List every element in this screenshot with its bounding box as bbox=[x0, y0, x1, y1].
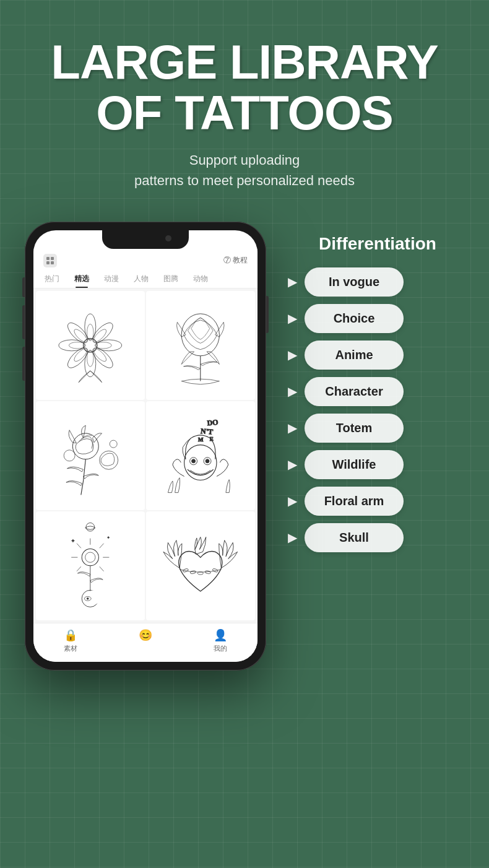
app-bottom-nav: 🔒 素材 😊 👤 我的 bbox=[33, 623, 257, 662]
diff-badge-2[interactable]: Choice bbox=[305, 304, 404, 333]
svg-point-22 bbox=[73, 433, 99, 459]
svg-rect-1 bbox=[51, 257, 54, 260]
svg-point-9 bbox=[85, 351, 96, 377]
nav-tab-animal[interactable]: 动物 bbox=[187, 270, 214, 288]
tattoo-cell-5[interactable]: ✦ ✦ bbox=[36, 511, 145, 620]
app-logo bbox=[43, 254, 57, 267]
diff-item-5: ▶ Totem bbox=[285, 414, 470, 443]
ar-icon: 😊 bbox=[139, 628, 152, 642]
materials-icon: 🔒 bbox=[64, 628, 77, 642]
phone-button-left-2 bbox=[22, 305, 25, 339]
page-wrapper: LARGE LIBRARY OF TATTOOS Support uploadi… bbox=[0, 0, 489, 868]
svg-text:DO: DO bbox=[207, 418, 219, 428]
diff-badge-7[interactable]: Floral arm bbox=[305, 487, 404, 516]
diff-item-1: ▶ In vogue bbox=[285, 267, 470, 297]
arrow-icon-3: ▶ bbox=[288, 347, 297, 362]
svg-text:✦: ✦ bbox=[107, 536, 110, 539]
tattoo-cell-1[interactable] bbox=[36, 291, 145, 400]
svg-line-44 bbox=[77, 566, 81, 571]
svg-rect-2 bbox=[46, 261, 50, 264]
diff-item-2: ▶ Choice bbox=[285, 304, 470, 333]
svg-point-25 bbox=[110, 440, 117, 448]
svg-point-47 bbox=[87, 591, 101, 604]
nav-tab-hot[interactable]: 热门 bbox=[38, 270, 66, 288]
subtitle: Support uploading patterns to meet perso… bbox=[37, 150, 452, 191]
tattoo-grid: DO N'T M E bbox=[33, 289, 257, 623]
phone-button-right bbox=[266, 296, 269, 333]
svg-line-41 bbox=[100, 566, 104, 571]
svg-text:N'T: N'T bbox=[201, 427, 214, 436]
svg-point-4 bbox=[84, 339, 97, 352]
tattoo-cell-3[interactable] bbox=[36, 401, 145, 510]
svg-line-39 bbox=[100, 544, 104, 548]
app-nav: 热门 精选 动漫 人物 图腾 动物 bbox=[33, 270, 257, 289]
svg-text:✦: ✦ bbox=[71, 539, 75, 543]
bottom-nav-materials[interactable]: 🔒 素材 bbox=[64, 628, 77, 653]
nav-tab-totem[interactable]: 图腾 bbox=[157, 270, 184, 288]
arrow-icon-7: ▶ bbox=[288, 493, 297, 508]
diff-items: ▶ In vogue ▶ Choice ▶ Anime bbox=[285, 267, 470, 552]
svg-text:M: M bbox=[198, 436, 204, 443]
arrow-icon-8: ▶ bbox=[288, 530, 297, 545]
svg-point-51 bbox=[87, 597, 89, 599]
arrow-icon-4: ▶ bbox=[288, 384, 297, 399]
nav-tab-anime[interactable]: 动漫 bbox=[98, 270, 125, 288]
tattoo-cell-2[interactable] bbox=[146, 291, 255, 400]
bottom-nav-profile[interactable]: 👤 我的 bbox=[214, 628, 227, 653]
svg-point-5 bbox=[85, 314, 96, 340]
svg-point-11 bbox=[59, 340, 85, 351]
tutorial-button[interactable]: ⑦ 教程 bbox=[223, 255, 248, 266]
header-section: LARGE LIBRARY OF TATTOOS Support uploadi… bbox=[0, 0, 489, 203]
diff-item-4: ▶ Character bbox=[285, 377, 470, 406]
phone-mockup: ⑦ 教程 热门 精选 动漫 人物 图腾 动物 bbox=[25, 222, 266, 671]
arrow-icon-5: ▶ bbox=[288, 420, 297, 435]
svg-point-24 bbox=[64, 450, 75, 461]
diff-item-7: ▶ Floral arm bbox=[285, 487, 470, 516]
differentiation-section: Differentiation ▶ In vogue ▶ Choice ▶ bbox=[285, 222, 477, 552]
diff-title: Differentiation bbox=[285, 234, 470, 254]
tattoo-cell-6[interactable] bbox=[146, 511, 255, 620]
content-area: ⑦ 教程 热门 精选 动漫 人物 图腾 动物 bbox=[0, 203, 489, 695]
arrow-icon-6: ▶ bbox=[288, 457, 297, 472]
diff-item-8: ▶ Skull bbox=[285, 523, 470, 552]
phone-button-left-3 bbox=[22, 347, 25, 381]
main-title: LARGE LIBRARY OF TATTOOS bbox=[37, 37, 452, 139]
arrow-icon-2: ▶ bbox=[288, 311, 297, 326]
diff-badge-5[interactable]: Totem bbox=[305, 414, 404, 443]
svg-point-7 bbox=[96, 340, 122, 351]
bottom-nav-ar[interactable]: 😊 bbox=[139, 628, 152, 653]
app-logo-icon bbox=[43, 254, 57, 267]
diff-badge-1[interactable]: In vogue bbox=[305, 267, 404, 297]
svg-point-36 bbox=[82, 549, 98, 566]
diff-badge-3[interactable]: Anime bbox=[305, 341, 404, 370]
svg-point-23 bbox=[100, 451, 118, 469]
phone-container: ⑦ 教程 热门 精选 动漫 人物 图腾 动物 bbox=[25, 222, 279, 671]
svg-rect-3 bbox=[51, 261, 54, 264]
svg-point-34 bbox=[206, 459, 209, 463]
svg-line-42 bbox=[77, 544, 81, 548]
arrow-icon-1: ▶ bbox=[288, 274, 297, 289]
phone-notch bbox=[102, 230, 189, 249]
diff-badge-6[interactable]: Wildlife bbox=[305, 450, 404, 479]
phone-screen: ⑦ 教程 热门 精选 动漫 人物 图腾 动物 bbox=[33, 230, 257, 662]
diff-item-3: ▶ Anime bbox=[285, 341, 470, 370]
nav-tab-choice[interactable]: 精选 bbox=[68, 270, 95, 288]
diff-item-6: ▶ Wildlife bbox=[285, 450, 470, 479]
diff-badge-4[interactable]: Character bbox=[305, 377, 404, 406]
app-header: ⑦ 教程 bbox=[33, 249, 257, 270]
tattoo-cell-4[interactable]: DO N'T M E bbox=[146, 401, 255, 510]
svg-point-33 bbox=[192, 459, 196, 463]
profile-icon: 👤 bbox=[214, 628, 227, 642]
nav-tab-character[interactable]: 人物 bbox=[128, 270, 155, 288]
phone-button-left-1 bbox=[22, 277, 25, 297]
svg-rect-0 bbox=[46, 257, 50, 260]
diff-badge-8[interactable]: Skull bbox=[305, 523, 404, 552]
svg-point-37 bbox=[85, 552, 95, 562]
